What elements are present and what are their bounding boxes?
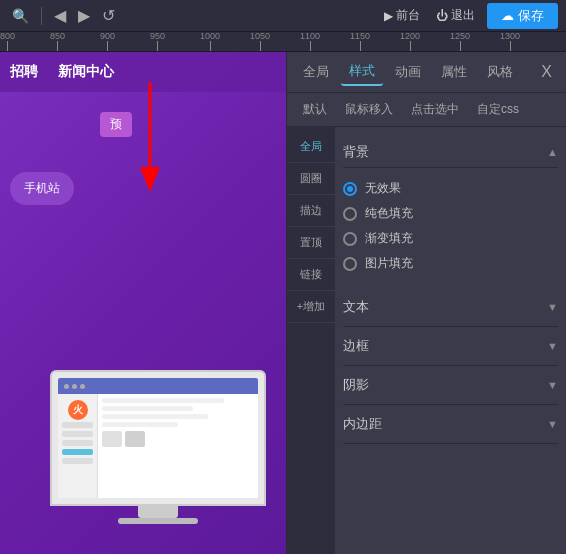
- screen-dot-1: [64, 384, 69, 389]
- monitor-stand: [138, 506, 178, 518]
- preview-element[interactable]: 预: [100, 112, 132, 137]
- subtab-active[interactable]: 点击选中: [403, 97, 467, 122]
- refresh-button[interactable]: ↺: [98, 4, 119, 27]
- sidebar-item-1: [62, 422, 93, 428]
- radio-image-label: 图片填充: [365, 255, 413, 272]
- ruler-tick: 1050: [250, 32, 270, 51]
- close-panel-button[interactable]: X: [535, 61, 558, 83]
- style-subtabs: 默认 鼠标移入 点击选中 自定css: [287, 93, 566, 127]
- ruler-tick: 1200: [400, 32, 420, 51]
- ruler-tick: 850: [50, 32, 65, 51]
- radio-solid-label: 纯色填充: [365, 205, 413, 222]
- sidebar-item-active: [62, 449, 93, 455]
- back-button[interactable]: ◀: [50, 4, 70, 27]
- shadow-section-arrow-icon: ▼: [547, 379, 558, 391]
- panel-right-content: 背景 ▲ 无效果 纯色填充: [335, 127, 566, 554]
- toolbar-center: ▶ 前台 ⏻ 退出: [378, 5, 481, 26]
- play-icon: ▶: [384, 9, 393, 23]
- padding-section[interactable]: 内边距 ▼: [343, 405, 558, 444]
- ruler-inner: 800 850 900 950 1000 1050 1100 1150 1200…: [0, 32, 566, 51]
- toolbar-divider: [41, 7, 42, 25]
- left-nav-top[interactable]: 置顶: [287, 227, 335, 259]
- background-section-header[interactable]: 背景 ▲: [343, 135, 558, 168]
- main-line-2: [102, 406, 193, 411]
- computer-mockup: 火: [50, 370, 266, 524]
- tab-style[interactable]: 样式: [341, 58, 383, 86]
- border-section-title: 边框: [343, 337, 369, 355]
- left-nav-circle[interactable]: 圆圈: [287, 163, 335, 195]
- padding-section-arrow-icon: ▼: [547, 418, 558, 430]
- radio-image-circle[interactable]: [343, 257, 357, 271]
- shadow-section[interactable]: 阴影 ▼: [343, 366, 558, 405]
- screen-sidebar: 火: [58, 394, 98, 498]
- radio-solid-circle[interactable]: [343, 207, 357, 221]
- subtab-hover[interactable]: 鼠标移入: [337, 97, 401, 122]
- left-nav-global[interactable]: 全局: [287, 131, 335, 163]
- power-icon: ⏻: [436, 9, 448, 23]
- save-button[interactable]: ☁ 保存: [487, 3, 558, 29]
- tab-property[interactable]: 属性: [433, 59, 475, 85]
- main-area: 招聘 新闻中心 手机站 预: [0, 52, 566, 554]
- text-section[interactable]: 文本 ▼: [343, 288, 558, 327]
- canvas-nav: 招聘 新闻中心: [0, 52, 286, 92]
- radio-item-none[interactable]: 无效果: [343, 180, 558, 197]
- panel-content: 全局 圆圈 描边 置顶 链接 +增加: [287, 127, 566, 554]
- left-nav-stroke[interactable]: 描边: [287, 195, 335, 227]
- padding-section-title: 内边距: [343, 415, 382, 433]
- monitor-base: [118, 518, 198, 524]
- search-icon[interactable]: 🔍: [8, 6, 33, 26]
- radio-gradient-circle[interactable]: [343, 232, 357, 246]
- radio-item-solid[interactable]: 纯色填充: [343, 205, 558, 222]
- screen-content: 火: [58, 394, 258, 498]
- subtab-default[interactable]: 默认: [295, 97, 335, 122]
- monitor-frame: 火: [50, 370, 266, 506]
- arrow-overlay: [130, 82, 170, 205]
- background-radio-group: 无效果 纯色填充 渐变填充: [343, 176, 558, 276]
- screen-dot-3: [80, 384, 85, 389]
- background-arrow-icon: ▲: [547, 146, 558, 158]
- ruler-tick: 800: [0, 32, 15, 51]
- preview-button[interactable]: ▶ 前台: [378, 5, 426, 26]
- exit-label: 退出: [451, 7, 475, 24]
- toolbar-right: ☁ 保存: [487, 3, 558, 29]
- subtab-custom-css[interactable]: 自定css: [469, 97, 527, 122]
- sidebar-item-2: [62, 431, 93, 437]
- tab-style-preset[interactable]: 风格: [479, 59, 521, 85]
- main-line-1: [102, 398, 224, 403]
- toolbar: 🔍 ◀ ▶ ↺ ▶ 前台 ⏻ 退出 ☁ 保存: [0, 0, 566, 32]
- svg-marker-1: [140, 167, 160, 192]
- screen-dot-2: [72, 384, 77, 389]
- ruler-tick: 950: [150, 32, 165, 51]
- main-line-3: [102, 414, 208, 419]
- screen-main: [98, 394, 258, 498]
- tab-animation[interactable]: 动画: [387, 59, 429, 85]
- save-label: 保存: [518, 7, 544, 25]
- toolbar-nav: ◀ ▶ ↺: [50, 4, 119, 27]
- sidebar-panel: 全局 样式 动画 属性 风格 X 默认 鼠标移入: [286, 52, 566, 554]
- radio-gradient-label: 渐变填充: [365, 230, 413, 247]
- radio-item-gradient[interactable]: 渐变填充: [343, 230, 558, 247]
- nav-item-recruit: 招聘: [10, 63, 38, 81]
- border-section-arrow-icon: ▼: [547, 340, 558, 352]
- nav-item-news: 新闻中心: [58, 63, 114, 81]
- ruler-tick: 1250: [450, 32, 470, 51]
- exit-button[interactable]: ⏻ 退出: [430, 5, 481, 26]
- cloud-icon: ☁: [501, 8, 514, 23]
- screen-thumb-2: [125, 431, 145, 447]
- border-section[interactable]: 边框 ▼: [343, 327, 558, 366]
- main-line-4: [102, 422, 178, 427]
- ruler-tick: 1150: [350, 32, 370, 51]
- radio-item-image[interactable]: 图片填充: [343, 255, 558, 272]
- left-nav-link[interactable]: 链接: [287, 259, 335, 291]
- radio-none-circle[interactable]: [343, 182, 357, 196]
- left-nav-add[interactable]: +增加: [287, 291, 335, 323]
- panel-left-nav: 全局 圆圈 描边 置顶 链接 +增加: [287, 127, 335, 554]
- forward-button[interactable]: ▶: [74, 4, 94, 27]
- phone-station-label: 手机站: [10, 172, 74, 205]
- screen-thumb-1: [102, 431, 122, 447]
- toolbar-left: 🔍 ◀ ▶ ↺: [8, 4, 372, 27]
- tab-global[interactable]: 全局: [295, 59, 337, 85]
- ruler-tick: 1100: [300, 32, 320, 51]
- canvas-area[interactable]: 招聘 新闻中心 手机站 预: [0, 52, 286, 554]
- screen-logo: 火: [68, 400, 88, 420]
